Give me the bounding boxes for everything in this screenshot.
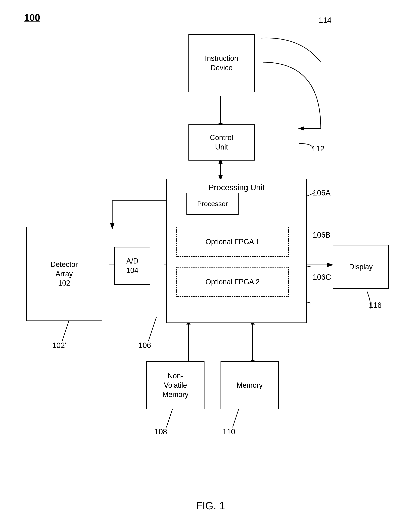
- control-unit-box: Control Unit: [188, 124, 255, 161]
- ad-box: A/D 104: [114, 247, 150, 285]
- ref-116: 116: [369, 301, 381, 310]
- processor-box: Processor: [186, 193, 238, 215]
- memory-box: Memory: [221, 361, 279, 409]
- diagram-title: 100: [24, 12, 40, 23]
- ref-112: 112: [312, 145, 324, 153]
- processor-label: Processor: [197, 199, 228, 208]
- detector-array-box: Detector Array 102: [26, 227, 102, 321]
- ref-106b: 106B: [313, 231, 331, 239]
- optional-fpga2-box: Optional FPGA 2: [176, 267, 289, 297]
- optional-fpga1-box: Optional FPGA 1: [176, 227, 289, 257]
- non-volatile-memory-label: Non- Volatile Memory: [162, 371, 188, 399]
- ref-110: 110: [223, 427, 235, 436]
- ref-106c: 106C: [313, 273, 331, 281]
- ref-114: 114: [319, 16, 331, 25]
- ref-108: 108: [154, 427, 167, 436]
- memory-label: Memory: [237, 381, 263, 390]
- instruction-device-label: Instruction Device: [205, 54, 238, 73]
- processing-unit-label: Processing Unit: [209, 182, 265, 193]
- detector-array-label: Detector Array 102: [51, 260, 78, 288]
- optional-fpga2-label: Optional FPGA 2: [206, 277, 260, 287]
- display-box: Display: [333, 245, 389, 289]
- optional-fpga1-label: Optional FPGA 1: [206, 237, 260, 247]
- ref-106: 106: [138, 341, 151, 350]
- diagram: 100 Instruction Device 114 Control Unit …: [0, 0, 420, 530]
- ad-label: A/D 104: [126, 256, 138, 275]
- ref-102: 102': [52, 341, 66, 350]
- ref-106a: 106A: [313, 189, 331, 197]
- fig-label: FIG. 1: [170, 500, 251, 512]
- non-volatile-memory-box: Non- Volatile Memory: [146, 361, 205, 409]
- display-label: Display: [349, 262, 373, 272]
- control-unit-label: Control Unit: [210, 133, 233, 152]
- instruction-device-box: Instruction Device: [188, 34, 255, 92]
